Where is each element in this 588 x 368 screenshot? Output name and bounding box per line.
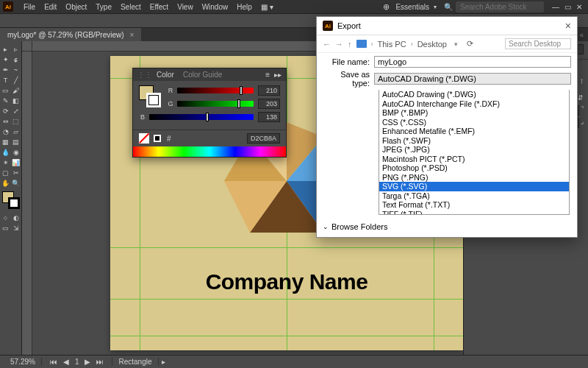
b-value[interactable]: 138 (258, 112, 280, 122)
rectangle-tool[interactable]: ▭ (1, 85, 10, 95)
fill-stroke-swatch[interactable] (2, 191, 20, 209)
eyedropper-tool[interactable]: 💧 (1, 147, 10, 157)
gradient-tool[interactable]: ▤ (11, 137, 21, 146)
breadcrumb-pc[interactable]: This PC (378, 40, 406, 49)
menu-effect[interactable]: Effect (146, 3, 173, 11)
saveas-dropdown[interactable]: AutoCAD Drawing (*.DWG) (374, 73, 571, 85)
panel-menu-icon[interactable]: ≡ (265, 71, 270, 79)
chevron-down-icon[interactable]: ⌄ (323, 223, 329, 230)
shape-builder-tool[interactable]: ◔ (1, 127, 10, 136)
scale-tool[interactable]: ⤢ (11, 106, 21, 116)
file-type-option[interactable]: Enhanced Metafile (*.EMF) (379, 127, 569, 136)
menu-window[interactable]: Window (198, 3, 233, 11)
b-slider[interactable] (149, 114, 254, 120)
r-slider[interactable] (177, 88, 254, 93)
forward-icon[interactable]: → (335, 40, 343, 49)
file-type-option[interactable]: AutoCAD Drawing (*.DWG) (379, 90, 569, 99)
draw-behind[interactable]: ◐ (11, 213, 21, 222)
hand-tool[interactable]: ✋ (1, 178, 10, 188)
shaper-tool[interactable]: ✎ (1, 96, 10, 105)
blend-tool[interactable]: ◉ (11, 147, 21, 157)
file-type-option[interactable]: Photoshop (*.PSD) (379, 163, 569, 173)
panel-swatch[interactable] (139, 85, 161, 107)
browse-folders-toggle[interactable]: Browse Folders (331, 222, 387, 231)
change-screen[interactable]: ⇲ (11, 223, 21, 233)
line-tool[interactable]: ╱ (11, 75, 21, 85)
menu-view[interactable]: View (173, 3, 198, 11)
breadcrumb-desktop[interactable]: Desktop (417, 40, 447, 49)
close-icon[interactable]: × (130, 31, 135, 39)
file-type-option[interactable]: TIFF (*.TIF) (379, 210, 569, 216)
graph-tool[interactable]: 📊 (11, 158, 21, 167)
file-type-option[interactable]: Targa (*.TGA) (379, 191, 569, 201)
file-type-option[interactable]: Text Format (*.TXT) (379, 200, 569, 210)
stock-search-input[interactable] (456, 1, 544, 13)
folder-search[interactable]: Search Desktop (505, 38, 571, 49)
rotate-tool[interactable]: ⟳ (1, 106, 10, 116)
color-spectrum[interactable] (133, 146, 286, 157)
color-guide-tab[interactable]: Color Guide (183, 71, 222, 79)
ruler-origin[interactable] (22, 41, 32, 52)
mesh-tool[interactable]: ▦ (1, 137, 10, 146)
menu-file[interactable]: File (19, 3, 40, 11)
direct-selection-tool[interactable]: ▹ (11, 44, 21, 54)
file-type-option[interactable]: CSS (*.CSS) (379, 118, 569, 127)
workspace-switcher[interactable]: Essentials (395, 3, 429, 11)
selection-tool[interactable]: ▸ (1, 44, 10, 54)
document-tab[interactable]: myLogo* @ 57.29% (RGB/Preview) × (0, 28, 141, 41)
file-type-option[interactable]: BMP (*.BMP) (379, 108, 569, 118)
width-tool[interactable]: ⇔ (1, 116, 10, 126)
none-color[interactable] (139, 133, 149, 144)
file-type-list[interactable]: AutoCAD Drawing (*.DWG)AutoCAD Interchan… (379, 90, 570, 215)
artboard-nav[interactable]: ⏮◀1▶⏭ (42, 358, 113, 366)
menu-object[interactable]: Object (61, 3, 91, 11)
zoom-tool[interactable]: 🔍 (11, 178, 21, 188)
magic-wand-tool[interactable]: ✦ (1, 54, 10, 64)
r-value[interactable]: 210 (258, 85, 280, 96)
draw-normal[interactable]: ○ (1, 213, 10, 222)
bw-swatch[interactable] (154, 135, 161, 142)
status-menu-icon[interactable]: ▸ (162, 358, 165, 366)
slice-tool[interactable]: ✂ (11, 168, 21, 177)
stroke-color[interactable] (8, 197, 20, 209)
color-panel[interactable]: ⋮⋮ Color Color Guide ≡ ▸▸ R210 G203 B138… (132, 68, 287, 158)
chevron-down-icon[interactable]: ▾ (434, 4, 437, 10)
menu-type[interactable]: Type (91, 3, 116, 11)
symbol-sprayer-tool[interactable]: ✶ (1, 158, 10, 167)
window-restore[interactable]: ▭ (562, 3, 573, 11)
file-type-option[interactable]: JPEG (*.JPG) (379, 145, 569, 155)
bridge-icon[interactable]: ▦ ▾ (261, 3, 273, 11)
refresh-icon[interactable]: ⟳ (467, 39, 473, 49)
flip-v-icon[interactable]: ⇵ (578, 94, 584, 102)
file-type-option[interactable]: PNG (*.PNG) (379, 173, 569, 183)
close-icon[interactable]: × (565, 20, 571, 32)
pen-tool[interactable]: ✒ (1, 65, 10, 74)
color-tab[interactable]: Color (157, 71, 174, 79)
file-type-option[interactable]: SVG (*.SVG) (379, 182, 569, 191)
arrange-icon[interactable]: ⊕ (383, 2, 390, 12)
g-value[interactable]: 203 (258, 99, 280, 109)
menu-help[interactable]: Help (232, 3, 257, 11)
curvature-tool[interactable]: ~ (11, 65, 21, 74)
free-transform-tool[interactable]: ⬚ (11, 116, 21, 126)
zoom-level[interactable]: 57.29% (4, 358, 42, 366)
panel-collapse-icon[interactable]: ▸▸ (274, 71, 282, 79)
file-type-option[interactable]: Flash (*.SWF) (379, 136, 569, 146)
lasso-tool[interactable]: ɕ (11, 54, 21, 64)
menu-select[interactable]: Select (116, 3, 146, 11)
artboard-tool[interactable]: ▢ (1, 168, 10, 177)
back-icon[interactable]: ← (323, 40, 331, 49)
panel-grip-icon[interactable]: ⋮⋮ (137, 71, 152, 79)
filename-input[interactable]: myLogo (374, 56, 571, 68)
menu-edit[interactable]: Edit (40, 3, 61, 11)
screen-mode[interactable]: ▭ (1, 223, 10, 233)
file-type-option[interactable]: Macintosh PICT (*.PCT) (379, 155, 569, 164)
type-tool[interactable]: T (1, 75, 10, 85)
company-name-text[interactable]: Company Name (110, 269, 463, 294)
brush-tool[interactable]: 🖌 (11, 85, 21, 95)
window-close[interactable]: ✕ (573, 3, 585, 11)
window-minimize[interactable]: — (550, 3, 562, 11)
ruler-vertical[interactable] (22, 52, 32, 355)
file-type-option[interactable]: AutoCAD Interchange File (*.DXF) (379, 99, 569, 109)
eraser-tool[interactable]: ◧ (11, 96, 21, 105)
